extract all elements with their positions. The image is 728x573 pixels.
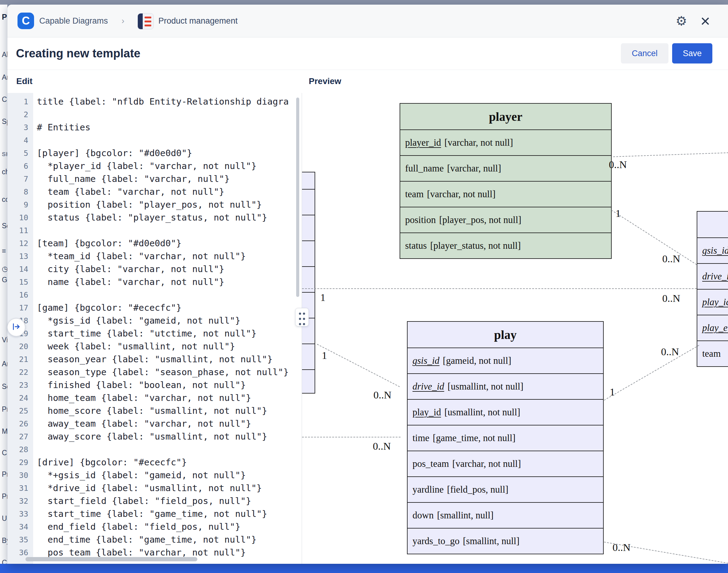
screen: PrAlAnCSpSHchccSe≡◷GViAnSePrMCPrPrUByC C…: [0, 0, 728, 573]
line-number: 5: [7, 149, 33, 158]
sidebar-fragment: An: [2, 360, 7, 368]
breadcrumb-page[interactable]: Product management: [158, 5, 238, 37]
line-number: 17: [7, 303, 33, 312]
sidebar-fragment: C: [2, 95, 7, 104]
line-number: 3: [7, 123, 33, 132]
column-name: yards_to_go: [412, 535, 459, 546]
column-type: [varchar, not null]: [444, 137, 513, 148]
code-text: [drive] {bgcolor: "#ececfc"}: [33, 457, 187, 467]
dialog-header: C Capable Diagrams › Product management …: [7, 5, 728, 38]
column-name: drive_id: [702, 271, 728, 282]
code-line: 26 away_team {label: "varchar, not null"…: [7, 417, 302, 430]
relationship-edge: [604, 345, 699, 401]
sidebar-fragment: ◷: [2, 265, 7, 273]
code-line: 33 start_time {label: "game_time, not nu…: [7, 507, 302, 520]
dialog-title: Creating new template: [16, 37, 140, 70]
sidebar-fragment: Pr: [2, 470, 7, 478]
cardinality-label: 1: [322, 350, 327, 361]
line-number: 36: [7, 548, 33, 557]
line-number: 10: [7, 213, 33, 222]
entity-title: player: [400, 104, 611, 129]
line-number: 16: [7, 291, 33, 299]
sidebar-expand-button[interactable]: [7, 318, 26, 336]
entity-row-divider: [302, 189, 314, 190]
code-line: 30 *+gsis_id {label: "gameid, not null"}: [7, 469, 302, 482]
sidebar-fragment: C: [2, 559, 7, 564]
code-text: season_year {label: "usmallint, not null…: [33, 354, 273, 364]
sidebar-fragment: Pr: [2, 492, 7, 501]
entity-table-partial-left: [302, 172, 315, 394]
sidebar-fragment: By: [2, 536, 7, 545]
dialog-title-row: Creating new template Cancel Save: [7, 37, 728, 70]
line-number: 23: [7, 381, 33, 389]
code-text: name {label: "varchar, not null"}: [33, 277, 224, 287]
code-line: 19 start_time {label: "utctime, not null…: [7, 327, 302, 340]
line-number: 13: [7, 252, 33, 261]
relationship-edge: [613, 152, 728, 157]
sidebar-fragment: Al: [2, 51, 7, 59]
preview-panel-label: Preview: [309, 70, 341, 93]
entity-row-divider: [302, 344, 314, 344]
code-line: 24 home_team {label: "varchar, not null"…: [7, 392, 302, 404]
column-type: [field_pos, null]: [447, 484, 508, 495]
entity-row: player_id[varchar, not null]: [400, 129, 611, 155]
column-name: gsis_id: [702, 245, 728, 256]
close-icon[interactable]: ×: [697, 5, 714, 37]
code-line: 20 week {label: "usmallint, not null"}: [7, 340, 302, 353]
editor-horizontal-scrollbar[interactable]: [26, 557, 197, 561]
code-line: 4: [7, 134, 302, 147]
entity-row: position[player_pos, not null]: [400, 207, 611, 232]
column-type: [varchar, not null]: [452, 458, 521, 469]
line-number: 11: [7, 226, 33, 235]
drag-dots-icon: [299, 313, 301, 315]
column-type: [gameid, not null]: [443, 355, 511, 366]
line-number: 33: [7, 510, 33, 518]
relationship-edge: [317, 344, 400, 387]
cardinality-label: 0..N: [374, 389, 392, 401]
code-line: 29[drive] {bgcolor: "#ececfc"}: [7, 456, 302, 469]
page-icon-stripe: [145, 24, 151, 27]
column-name: gsis_id: [412, 355, 439, 366]
editor-vertical-scrollbar[interactable]: [296, 98, 299, 297]
split-content: 1title {label: "nfldb Entity-Relationshi…: [7, 93, 728, 564]
code-line: 7 full_name {label: "varchar, null"}: [7, 172, 302, 185]
line-number: 12: [7, 239, 33, 248]
background-sidebar: PrAlAnCSpSHchccSe≡◷GViAnSePrMCPrPrUByC: [0, 5, 7, 564]
entity-row: drive_id: [697, 263, 728, 289]
cardinality-label: 0..N: [662, 253, 680, 265]
entity-row: time[game_time, not null]: [407, 425, 603, 451]
line-number: 27: [7, 432, 33, 441]
code-text: start_time {label: "utctime, not null"}: [33, 328, 256, 338]
code-line: 11: [7, 224, 302, 237]
column-name: play_id: [412, 407, 441, 418]
split-drag-handle[interactable]: [295, 308, 309, 326]
column-type: [player_status, not null]: [430, 240, 521, 251]
relationship-edge: [302, 288, 697, 289]
column-type: [smallint, null]: [463, 535, 519, 546]
code-line: 32 start_field {label: "field_pos, null"…: [7, 494, 302, 507]
save-button[interactable]: Save: [672, 43, 712, 63]
diagram-preview: player player_id[varchar, not null]full_…: [302, 93, 728, 564]
entity-row: team: [697, 341, 728, 366]
cancel-button[interactable]: Cancel: [621, 43, 669, 63]
column-type: [usmallint, not null]: [444, 407, 520, 418]
code-text: position {label: "player_pos, not null"}: [33, 199, 262, 210]
code-line: 28: [7, 443, 302, 456]
code-line: 9 position {label: "player_pos, not null…: [7, 198, 302, 211]
sidebar-fragment: Sp: [2, 117, 7, 126]
column-type: [usmallint, not null]: [447, 381, 523, 392]
line-number: 9: [7, 200, 33, 209]
code-text: season_type {label: "season_phase, not n…: [33, 367, 289, 377]
edit-panel-label: Edit: [16, 70, 33, 93]
cardinality-label: 0..N: [662, 293, 680, 304]
code-editor[interactable]: 1title {label: "nfldb Entity-Relationshi…: [7, 93, 302, 564]
code-text: week {label: "usmallint, not null"}: [33, 341, 235, 352]
code-text: [team] {bgcolor: "#d0e0d0"}: [33, 238, 181, 249]
code-text: *drive_id {label: "usmallint, not null"}: [33, 483, 262, 493]
entity-table-player: player player_id[varchar, not null]full_…: [400, 103, 612, 259]
line-number: 34: [7, 522, 33, 531]
chevron-right-icon: ›: [122, 5, 124, 37]
code-text: start_time {label: "game_time, not null"…: [33, 509, 267, 519]
breadcrumb-app[interactable]: Capable Diagrams: [39, 5, 108, 37]
settings-gear-icon[interactable]: ⚙: [673, 5, 690, 37]
